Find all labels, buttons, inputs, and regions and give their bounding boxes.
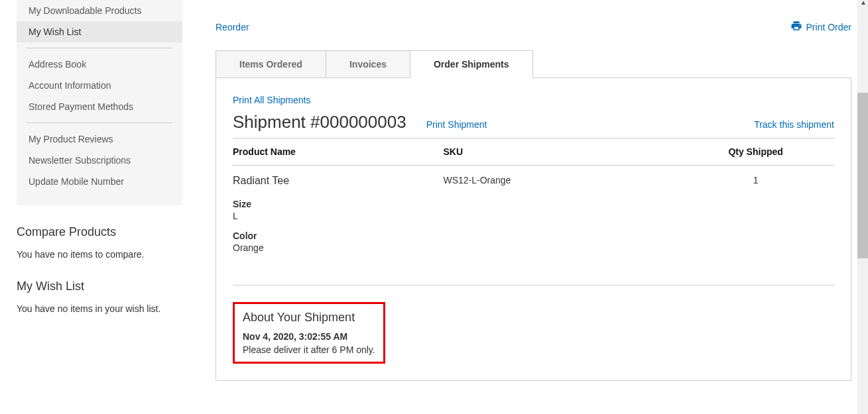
print-shipment-link[interactable]: Print Shipment: [426, 119, 487, 130]
print-order-button[interactable]: Print Order: [790, 20, 851, 34]
scroll-up-icon[interactable]: ▲: [860, 0, 867, 6]
sidebar-item-mobile[interactable]: Update Mobile Number: [17, 171, 182, 192]
shipment-table: Product Name SKU Qty Shipped Radiant Tee…: [233, 138, 834, 272]
about-date: Nov 4, 2020, 3:02:55 AM: [243, 331, 375, 342]
option-label: Color: [233, 231, 436, 241]
wishlist-title: My Wish List: [17, 280, 216, 293]
option-value: L: [233, 211, 436, 221]
track-shipment-link[interactable]: Track this shipment: [754, 119, 834, 130]
print-order-label: Print Order: [806, 22, 851, 32]
print-all-shipments-link[interactable]: Print All Shipments: [233, 95, 311, 105]
product-name: Radiant Tee: [233, 175, 436, 187]
sidebar-divider: [27, 123, 172, 123]
option-label: Size: [233, 199, 436, 209]
wishlist-empty: You have no items in your wish list.: [17, 303, 216, 314]
about-title: About Your Shipment: [243, 311, 375, 325]
sidebar-divider: [27, 48, 172, 48]
tab-items-ordered[interactable]: Items Ordered: [216, 50, 326, 78]
order-tabs: Items Ordered Invoices Order Shipments: [216, 50, 851, 78]
compare-empty: You have no items to compare.: [17, 249, 216, 260]
tab-invoices[interactable]: Invoices: [326, 50, 410, 78]
tab-order-shipments[interactable]: Order Shipments: [410, 50, 533, 78]
about-message: Please deliver it after 6 PM only.: [243, 344, 375, 355]
shipments-panel: Print All Shipments Shipment #000000003 …: [216, 78, 851, 381]
col-product: Product Name: [233, 138, 443, 166]
sidebar-item-payment-methods[interactable]: Stored Payment Methods: [17, 96, 182, 117]
sidebar-item-account-info[interactable]: Account Information: [17, 75, 182, 96]
col-qty: Qty Shipped: [684, 138, 834, 166]
scroll-thumb[interactable]: [857, 93, 868, 258]
sidebar-item-newsletter[interactable]: Newsletter Subscriptions: [17, 150, 182, 171]
about-shipment-box: About Your Shipment Nov 4, 2020, 3:02:55…: [233, 302, 385, 364]
reorder-link[interactable]: Reorder: [216, 22, 249, 32]
sidebar-item-wishlist[interactable]: My Wish List: [17, 21, 182, 42]
col-sku: SKU: [443, 138, 684, 166]
option-value: Orange: [233, 242, 436, 253]
scrollbar[interactable]: ▲: [857, 0, 868, 381]
sidebar-item-address-book[interactable]: Address Book: [17, 54, 182, 75]
sidebar-item-reviews[interactable]: My Product Reviews: [17, 129, 182, 150]
shipment-title: Shipment #000000003: [233, 112, 406, 132]
product-sku: WS12-L-Orange: [443, 166, 684, 272]
product-qty: 1: [684, 166, 834, 272]
print-icon: [790, 20, 802, 34]
sidebar-item-downloadable[interactable]: My Downloadable Products: [17, 0, 182, 21]
account-sidebar: My Downloadable Products My Wish List Ad…: [17, 0, 182, 205]
table-row: Radiant Tee Size L Color Orange WS12-L-O…: [233, 166, 834, 272]
compare-title: Compare Products: [17, 225, 216, 239]
